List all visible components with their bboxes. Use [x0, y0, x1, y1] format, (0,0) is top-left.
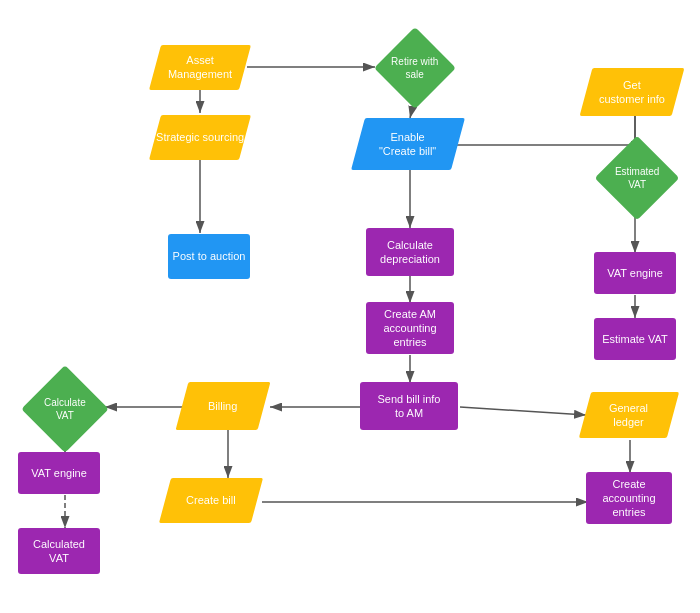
- calculated-vat: CalculatedVAT: [18, 528, 100, 574]
- estimate-vat: Estimate VAT: [594, 318, 676, 360]
- retire-with-sale: Retire withsale: [372, 38, 457, 98]
- vat-engine-right: VAT engine: [594, 252, 676, 294]
- send-bill-info: Send bill infoto AM: [360, 382, 458, 430]
- vat-engine-left: VAT engine: [18, 452, 100, 494]
- svg-line-14: [460, 407, 586, 415]
- get-customer-info: Getcustomer info: [580, 68, 685, 116]
- calc-depreciation: Calculatedepreciation: [366, 228, 454, 276]
- estimated-vat: EstimatedVAT: [587, 148, 687, 208]
- calc-vat: CalculateVAT: [22, 378, 107, 440]
- general-ledger: Generalledger: [579, 392, 679, 438]
- enable-create-bill: Enable"Create bill": [351, 118, 465, 170]
- create-accounting-entries: Createaccountingentries: [586, 472, 672, 524]
- asset-management: Asset Management: [149, 45, 251, 90]
- create-am-entries: Create AMaccountingentries: [366, 302, 454, 354]
- diagram-container: Asset Management Strategic sourcing Post…: [0, 0, 700, 613]
- post-auction: Post to auction: [168, 234, 250, 279]
- strategic-sourcing: Strategic sourcing: [149, 115, 251, 160]
- create-bill: Create bill: [159, 478, 263, 523]
- billing: Billing: [176, 382, 271, 430]
